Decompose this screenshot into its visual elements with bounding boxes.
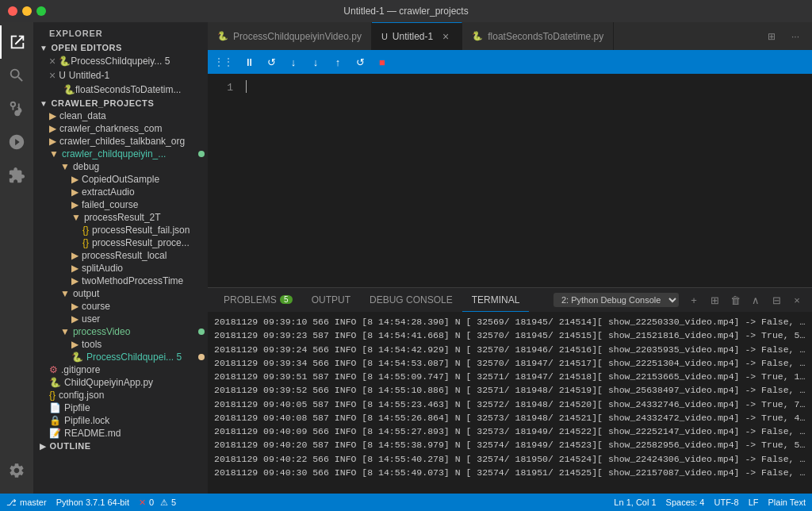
- tree-item-user[interactable]: ▶ user: [33, 313, 208, 325]
- encoding[interactable]: UTF-8: [714, 498, 738, 507]
- tree-item-childes[interactable]: ▶ crawler_childes_talkbank_org: [33, 135, 208, 148]
- tree-item-pipfile[interactable]: 📄 Pipfile: [33, 402, 208, 414]
- tree-item-childqupeiyinapp[interactable]: 🐍 ChildQupeiyinApp.py: [33, 376, 208, 389]
- debug-step-over-button[interactable]: ↓: [284, 52, 303, 71]
- tree-item-twomethod[interactable]: ▶ twoMethodProcessTime: [33, 275, 208, 287]
- tree-item-tools[interactable]: ▶ tools: [33, 338, 208, 351]
- tree-item-processchild-py[interactable]: 🐍 ProcessChildqupei... 5: [33, 351, 208, 363]
- crawler-projects-section[interactable]: ▼ CRAWLER_PROJECTS: [33, 97, 208, 110]
- outline-section[interactable]: ▶ OUTLINE: [33, 440, 208, 452]
- activity-source-control[interactable]: [0, 92, 33, 125]
- item-label: processVideo: [73, 326, 131, 337]
- tab-processchild[interactable]: 🐍 ProcessChildqupeiyinVideo.py: [208, 22, 372, 50]
- close-panel-button[interactable]: ×: [788, 291, 806, 309]
- tree-item-gitignore[interactable]: ⚙ .gitignore: [33, 363, 208, 376]
- split-terminal-button[interactable]: ⊞: [706, 291, 723, 309]
- error-count[interactable]: ✕ 0 ⚠ 5: [139, 498, 176, 508]
- debug-restart-button[interactable]: ↺: [350, 52, 370, 71]
- lock-icon: 🔒: [49, 415, 61, 426]
- tree-item-extractaudio[interactable]: ▶ extractAudio: [33, 186, 208, 198]
- debug-pause-button[interactable]: ⏸: [239, 52, 259, 71]
- git-branch[interactable]: ⎇ master: [6, 498, 47, 508]
- tree-item-readme[interactable]: 📝 README.md: [33, 427, 208, 440]
- open-editors-chevron: ▼: [40, 44, 48, 52]
- drag-handle-icon[interactable]: ⋮⋮: [214, 56, 233, 67]
- activity-run-debug[interactable]: [0, 125, 33, 159]
- tree-item-splitaudio[interactable]: ▶ splitAudio: [33, 262, 208, 275]
- folder-icon: ▶: [49, 123, 56, 134]
- tree-item-clean-data[interactable]: ▶ clean_data: [33, 110, 208, 122]
- folder-icon: ▶: [71, 199, 79, 210]
- json-icon: {}: [82, 237, 89, 248]
- debug-step-into-button[interactable]: ↓: [306, 52, 325, 71]
- panel: PROBLEMS 5 OUTPUT DEBUG CONSOLE TERMINAL…: [208, 287, 812, 494]
- trash-terminal-button[interactable]: 🗑: [726, 291, 744, 309]
- tree-item-proce-json[interactable]: {} processResult_proce...: [33, 236, 208, 249]
- content-area: 🐍 ProcessChildqupeiyinVideo.py U Untitle…: [208, 22, 812, 494]
- open-editor-item-processchild[interactable]: × 🐍 ProcessChildqupeiy... 5: [33, 54, 208, 68]
- tree-item-config-json[interactable]: {} config.json: [33, 389, 208, 402]
- folder-open-icon: ▼: [49, 148, 59, 159]
- editor-content[interactable]: [239, 74, 812, 287]
- line-ending[interactable]: LF: [749, 498, 759, 507]
- item-label: README.md: [64, 428, 121, 439]
- chevron-up-button[interactable]: ∧: [747, 291, 764, 309]
- cursor-position[interactable]: Ln 1, Col 1: [614, 498, 656, 507]
- maximize-panel-button[interactable]: ⊟: [768, 291, 785, 309]
- activity-extensions[interactable]: [0, 159, 33, 192]
- tree-item-processvideo[interactable]: ▼ processVideo: [33, 325, 208, 338]
- tree-item-debug[interactable]: ▼ debug: [33, 160, 208, 173]
- tree-item-copiedout[interactable]: ▶ CopiedOutSample: [33, 173, 208, 186]
- close-button[interactable]: [8, 6, 17, 16]
- tree-item-charkness[interactable]: ▶ crawler_charkness_com: [33, 122, 208, 135]
- tab-close-untitled[interactable]: ×: [439, 30, 452, 43]
- more-tab-actions-button[interactable]: ···: [785, 26, 806, 47]
- debug-continue-button[interactable]: ↺: [262, 52, 281, 71]
- python-version[interactable]: Python 3.7.1 64-bit: [56, 498, 129, 507]
- error-icon: ✕: [139, 498, 146, 508]
- maximize-button[interactable]: [36, 6, 46, 16]
- json-icon: {}: [49, 390, 56, 401]
- tree-item-childqupeiyin[interactable]: ▼ crawler_childqupeiyin_...: [33, 148, 208, 160]
- tree-item-local[interactable]: ▶ processResult_local: [33, 249, 208, 262]
- activity-settings[interactable]: [0, 454, 33, 487]
- tree-item-course[interactable]: ▶ course: [33, 300, 208, 313]
- status-dot: [198, 328, 205, 335]
- minimize-button[interactable]: [22, 6, 32, 16]
- open-editors-section[interactable]: ▼ OPEN EDITORS: [33, 41, 208, 54]
- tree-item-fail-json[interactable]: {} processResult_fail.json: [33, 224, 208, 236]
- terminal-output[interactable]: 20181129 09:39:10 566 INFO [8 14:54:28.3…: [208, 312, 812, 494]
- panel-tab-terminal[interactable]: TERMINAL: [462, 288, 530, 312]
- open-editor-item-untitled[interactable]: × U Untitled-1: [33, 68, 208, 83]
- tab-untitled[interactable]: U Untitled-1 ×: [372, 22, 462, 50]
- add-terminal-button[interactable]: +: [685, 291, 703, 309]
- item-label: config.json: [59, 390, 104, 401]
- folder-icon: ▶: [71, 263, 79, 274]
- tab-float[interactable]: 🐍 floatSecondsToDatetime.py: [462, 22, 614, 50]
- tree-item-failedcourse[interactable]: ▶ failed_course: [33, 198, 208, 211]
- terminal-line: 20181129 09:40:20 587 INFO [8 14:55:38.9…: [214, 438, 806, 451]
- close-icon[interactable]: ×: [49, 70, 56, 81]
- open-editor-item-float[interactable]: 🐍 floatSecondsToDatetim...: [33, 83, 208, 97]
- panel-tab-output[interactable]: OUTPUT: [302, 288, 360, 312]
- debug-stop-button[interactable]: ■: [373, 52, 392, 71]
- panel-tab-problems[interactable]: PROBLEMS 5: [214, 288, 302, 312]
- language-mode[interactable]: Plain Text: [768, 498, 806, 507]
- activity-bar: [0, 22, 33, 494]
- close-icon[interactable]: ×: [49, 56, 56, 67]
- panel-tab-debug-console[interactable]: DEBUG CONSOLE: [360, 288, 462, 312]
- line-numbers: 1: [208, 74, 239, 287]
- traffic-lights[interactable]: [8, 6, 46, 16]
- folder-open-icon: ▼: [60, 161, 70, 172]
- indentation[interactable]: Spaces: 4: [666, 498, 705, 507]
- terminal-selector[interactable]: 2: Python Debug Console: [553, 293, 679, 307]
- item-label: Pipfile.lock: [64, 415, 109, 426]
- debug-step-out-button[interactable]: ↑: [328, 52, 347, 71]
- python-label: Python 3.7.1 64-bit: [56, 498, 129, 507]
- tree-item-output[interactable]: ▼ output: [33, 287, 208, 300]
- split-editor-button[interactable]: ⊞: [761, 26, 782, 47]
- activity-explorer[interactable]: [0, 25, 33, 59]
- tree-item-processresult2t[interactable]: ▼ processResult_2T: [33, 211, 208, 224]
- activity-search[interactable]: [0, 59, 33, 92]
- tree-item-pipfilelock[interactable]: 🔒 Pipfile.lock: [33, 414, 208, 427]
